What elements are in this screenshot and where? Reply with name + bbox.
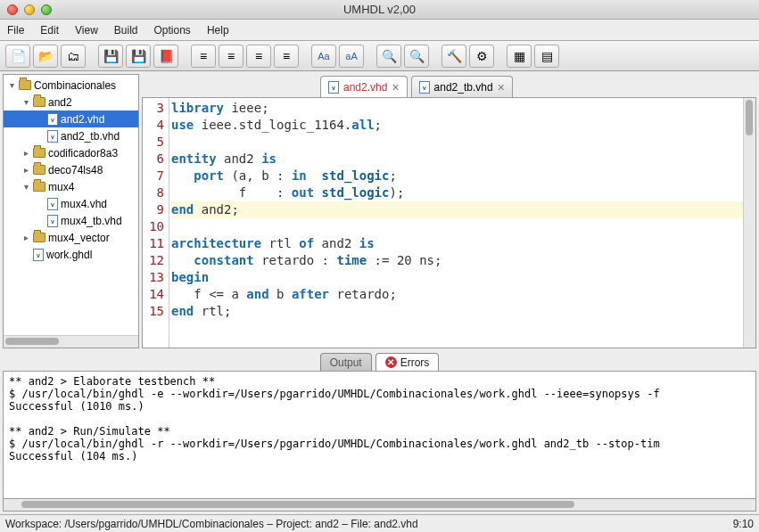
project-sidebar: ▾Combinacionales▾and2and2.vhdand2_tb.vhd… — [3, 74, 139, 348]
unindent-icon[interactable]: ≡ — [246, 45, 271, 68]
waveform-icon[interactable]: ▤ — [534, 45, 559, 68]
error-icon: ✕ — [385, 356, 397, 368]
indent-left-icon[interactable]: ≡ — [191, 45, 216, 68]
titlebar: UMHDL v2,00 — [0, 0, 759, 20]
vhd-file-icon — [33, 249, 44, 261]
editor-tabs: and2.vhd×and2_tb.vhd× — [142, 74, 756, 97]
status-bar: Workspace: /Users/pgarrido/UMHDL/Combina… — [0, 514, 759, 532]
menu-help[interactable]: Help — [207, 24, 229, 37]
vhd-file-icon — [47, 198, 58, 210]
new-file-icon[interactable]: 📄 — [5, 45, 30, 68]
tree-label: work.ghdl — [46, 249, 92, 261]
editor-vscroll[interactable] — [743, 98, 755, 348]
project-tree[interactable]: ▾Combinacionales▾and2and2.vhdand2_tb.vhd… — [4, 75, 138, 335]
tab-label: Errors — [400, 356, 430, 369]
tree-label: deco74ls48 — [48, 164, 103, 176]
console-hscroll[interactable] — [3, 499, 756, 512]
menu-edit[interactable]: Edit — [40, 24, 59, 37]
tree-item-codificador8a3[interactable]: ▸codificador8a3 — [4, 144, 138, 161]
tree-label: mux4_vector — [48, 232, 110, 244]
code-line-9[interactable]: end and2; — [171, 201, 743, 218]
folder-icon — [33, 165, 45, 175]
line-gutter: 3456789101112131415 — [143, 98, 169, 348]
tree-item-and2-vhd[interactable]: and2.vhd — [4, 110, 138, 127]
vhd-file-icon — [47, 130, 58, 143]
tab-label: and2.vhd — [343, 81, 387, 94]
folder-icon — [33, 97, 45, 107]
output-tab-output[interactable]: Output — [320, 353, 372, 371]
open-icon[interactable]: 📂 — [33, 45, 58, 68]
toolbar: 📄📂🗂💾💾📕≡≡≡≡AaaA🔍🔍🔨⚙▦▤ — [0, 41, 759, 71]
menu-view[interactable]: View — [75, 24, 98, 37]
code-line-4[interactable]: use ieee.std_logic_1164.all; — [171, 117, 743, 134]
tree-label: codificador8a3 — [48, 147, 118, 160]
menu-build[interactable]: Build — [114, 24, 138, 37]
tree-item-mux4[interactable]: ▾mux4 — [4, 178, 138, 195]
code-line-3[interactable]: library ieee; — [171, 100, 743, 117]
tree-label: Combinacionales — [34, 79, 116, 92]
console-output[interactable]: ** and2 > Elaborate testbench ** $ /usr/… — [3, 371, 756, 499]
window-title: UMHDL v2,00 — [0, 3, 759, 16]
code-line-6[interactable]: entity and2 is — [171, 151, 743, 168]
vhd-file-icon — [328, 81, 339, 94]
sidebar-hscroll[interactable] — [4, 335, 138, 348]
status-left: Workspace: /Users/pgarrido/UMHDL/Combina… — [5, 518, 418, 530]
tab-and2-vhd[interactable]: and2.vhd× — [320, 76, 408, 97]
tab-label: and2_tb.vhd — [434, 81, 493, 94]
code-line-11[interactable]: architecture rtl of and2 is — [171, 235, 743, 252]
code-line-7[interactable]: port (a, b : in std_logic; — [171, 168, 743, 184]
tree-label: and2 — [48, 96, 72, 109]
tree-item-combinacionales[interactable]: ▾Combinacionales — [4, 77, 138, 94]
tree-item-mux4-vhd[interactable]: mux4.vhd — [4, 195, 138, 212]
menu-file[interactable]: File — [7, 24, 24, 37]
vhd-file-icon — [419, 81, 430, 94]
status-right: 9:10 — [733, 518, 754, 530]
code-line-13[interactable]: begin — [171, 269, 743, 286]
folder-icon — [19, 80, 31, 90]
tree-label: and2_tb.vhd — [61, 130, 120, 143]
chip-icon[interactable]: ▦ — [507, 45, 532, 68]
output-tab-errors[interactable]: ✕Errors — [375, 353, 440, 371]
vhd-file-icon — [47, 113, 58, 126]
tree-label: mux4_tb.vhd — [61, 215, 122, 227]
vhd-file-icon — [47, 215, 58, 227]
tree-item-deco74ls48[interactable]: ▸deco74ls48 — [4, 161, 138, 178]
tree-item-mux4_vector[interactable]: ▸mux4_vector — [4, 229, 138, 246]
pdf-icon[interactable]: 📕 — [153, 45, 178, 68]
folder-icon — [33, 148, 45, 158]
code-editor[interactable]: 3456789101112131415 library ieee;use iee… — [142, 97, 756, 348]
code-line-10[interactable] — [171, 218, 743, 235]
indent-right-icon[interactable]: ≡ — [219, 45, 243, 68]
tab-and2_tb-vhd[interactable]: and2_tb.vhd× — [411, 76, 513, 97]
tree-label: and2.vhd — [61, 113, 104, 126]
tab-close-icon[interactable]: × — [392, 80, 399, 94]
align-icon[interactable]: ≡ — [274, 45, 299, 68]
tree-item-mux4_tb-vhd[interactable]: mux4_tb.vhd — [4, 212, 138, 229]
open-folder-icon[interactable]: 🗂 — [61, 45, 86, 68]
tree-item-and2[interactable]: ▾and2 — [4, 94, 138, 110]
zoom-out-icon[interactable]: 🔍 — [404, 45, 429, 68]
code-line-15[interactable]: end rtl; — [171, 303, 743, 320]
save-icon[interactable]: 💾 — [98, 45, 123, 68]
output-tabs: Output✕Errors — [3, 351, 756, 371]
menubar: FileEditViewBuildOptionsHelp — [0, 20, 759, 41]
save-all-icon[interactable]: 💾 — [126, 45, 151, 68]
font-large-icon[interactable]: aA — [339, 45, 364, 68]
code-line-14[interactable]: f <= a and b after retardo; — [171, 286, 743, 303]
tree-item-and2_tb-vhd[interactable]: and2_tb.vhd — [4, 127, 138, 144]
tree-item-work-ghdl[interactable]: work.ghdl — [4, 246, 138, 263]
tab-close-icon[interactable]: × — [498, 80, 505, 94]
code-line-5[interactable] — [171, 134, 743, 151]
menu-options[interactable]: Options — [154, 24, 191, 37]
hammer-icon[interactable]: 🔨 — [441, 45, 466, 68]
code-area[interactable]: library ieee;use ieee.std_logic_1164.all… — [169, 98, 743, 348]
font-small-icon[interactable]: Aa — [311, 45, 336, 68]
code-line-12[interactable]: constant retardo : time := 20 ns; — [171, 252, 743, 269]
zoom-in-icon[interactable]: 🔍 — [376, 45, 401, 68]
gear-icon[interactable]: ⚙ — [469, 45, 494, 68]
code-line-8[interactable]: f : out std_logic); — [171, 184, 743, 201]
folder-icon — [33, 233, 45, 242]
tree-label: mux4.vhd — [61, 198, 107, 210]
tree-label: mux4 — [48, 181, 74, 193]
folder-icon — [33, 182, 45, 192]
